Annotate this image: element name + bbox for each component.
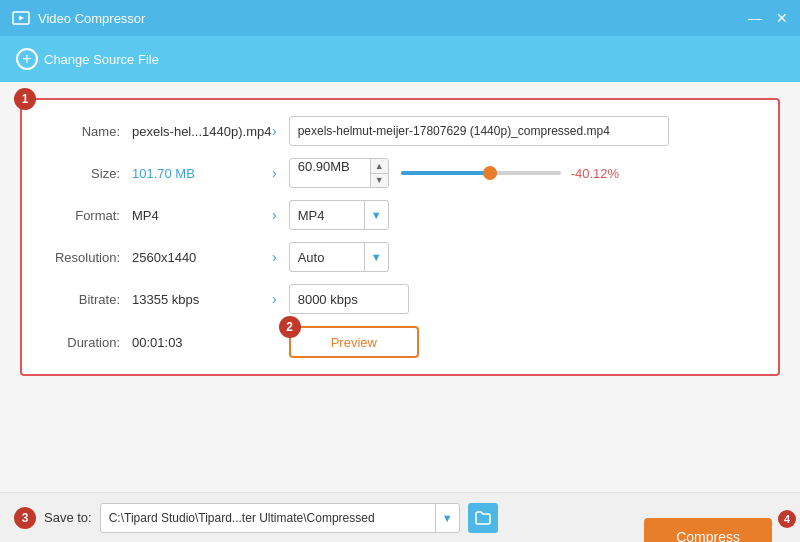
source-size-value: 101.70 MB [132, 166, 272, 181]
format-row: Format: MP4 › MP4 ▼ [42, 200, 758, 230]
source-name-value: pexels-hel...1440p).mp4 [132, 124, 272, 139]
compress-button[interactable]: Compress [644, 518, 772, 543]
format-dropdown-arrow-icon: ▼ [364, 201, 388, 229]
slider-track[interactable] [401, 171, 561, 175]
format-dropdown[interactable]: MP4 ▼ [289, 200, 389, 230]
bitrate-row: Bitrate: 13355 kbps › [42, 284, 758, 314]
resolution-label: Resolution: [42, 250, 132, 265]
close-button[interactable]: ✕ [776, 11, 788, 25]
spinner-buttons: ▲ ▼ [370, 159, 388, 187]
toolbar: + Change Source File [0, 36, 800, 82]
slider-fill [401, 171, 497, 175]
size-slider-container: -40.12% [401, 166, 619, 181]
format-dropdown-value: MP4 [290, 208, 364, 223]
badge-1: 1 [14, 88, 36, 110]
slider-percent-label: -40.12% [571, 166, 619, 181]
badge-3: 3 [14, 507, 36, 529]
resolution-dropdown-arrow-icon: ▼ [364, 243, 388, 271]
compression-settings-card: 1 Name: pexels-hel...1440p).mp4 › Size: … [20, 98, 780, 376]
spinner-up-button[interactable]: ▲ [371, 159, 388, 174]
output-name-input[interactable] [289, 116, 669, 146]
plus-circle-icon: + [16, 48, 38, 70]
source-duration-value: 00:01:03 [132, 335, 272, 350]
change-source-button[interactable]: + Change Source File [16, 48, 159, 70]
name-row: Name: pexels-hel...1440p).mp4 › [42, 116, 758, 146]
source-bitrate-value: 13355 kbps [132, 292, 272, 307]
format-label: Format: [42, 208, 132, 223]
size-spinner: 60.90MB ▲ ▼ [289, 158, 389, 188]
app-icon [12, 9, 30, 27]
title-bar-controls: — ✕ [748, 11, 788, 25]
spinner-down-button[interactable]: ▼ [371, 174, 388, 188]
size-controls: 60.90MB ▲ ▼ -40.12% [289, 158, 619, 188]
badge-4: 4 [778, 510, 796, 528]
duration-row: Duration: 00:01:03 › 2 Preview [42, 326, 758, 358]
size-chevron-icon: › [272, 165, 277, 181]
bitrate-label: Bitrate: [42, 292, 132, 307]
source-format-value: MP4 [132, 208, 272, 223]
app-title: Video Compressor [38, 11, 145, 26]
resolution-chevron-icon: › [272, 249, 277, 265]
slider-thumb[interactable] [483, 166, 497, 180]
change-source-label: Change Source File [44, 52, 159, 67]
size-row: Size: 101.70 MB › 60.90MB ▲ ▼ -40.12% [42, 158, 758, 188]
save-to-label: Save to: [44, 510, 92, 525]
bitrate-input[interactable] [289, 284, 409, 314]
name-label: Name: [42, 124, 132, 139]
save-path-value: C:\Tipard Studio\Tipard...ter Ultimate\C… [101, 511, 435, 525]
preview-button[interactable]: Preview [289, 326, 419, 358]
name-chevron-icon: › [272, 123, 277, 139]
main-content: 1 Name: pexels-hel...1440p).mp4 › Size: … [0, 82, 800, 492]
source-resolution-value: 2560x1440 [132, 250, 272, 265]
format-chevron-icon: › [272, 207, 277, 223]
resolution-dropdown[interactable]: Auto ▼ [289, 242, 389, 272]
size-label: Size: [42, 166, 132, 181]
minimize-button[interactable]: — [748, 11, 762, 25]
resolution-dropdown-value: Auto [290, 250, 364, 265]
folder-button[interactable] [468, 503, 498, 533]
resolution-row: Resolution: 2560x1440 › Auto ▼ [42, 242, 758, 272]
bottom-bar: 3 Save to: C:\Tipard Studio\Tipard...ter… [0, 492, 800, 542]
title-bar-left: Video Compressor [12, 9, 145, 27]
save-path-container: C:\Tipard Studio\Tipard...ter Ultimate\C… [100, 503, 460, 533]
title-bar: Video Compressor — ✕ [0, 0, 800, 36]
size-spinner-value: 60.90MB [290, 159, 370, 187]
save-path-dropdown-icon[interactable]: ▼ [435, 504, 459, 532]
badge-2: 2 [279, 316, 301, 338]
bitrate-chevron-icon: › [272, 291, 277, 307]
duration-label: Duration: [42, 335, 132, 350]
